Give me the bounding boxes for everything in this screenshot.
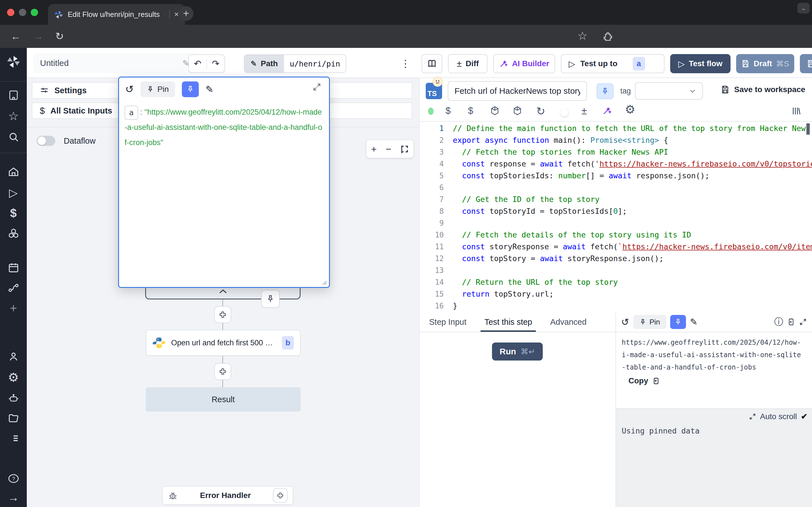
sidebar-item-flows[interactable] <box>8 282 19 293</box>
tab-test-this-step[interactable]: Test this step <box>485 312 532 332</box>
path-label-segment[interactable]: ✎Path <box>245 55 284 72</box>
copy-result-icon[interactable] <box>787 318 795 326</box>
collapse-chevron-up-icon[interactable] <box>218 288 228 294</box>
add-error-handler-button[interactable] <box>273 488 288 503</box>
tab-step-input[interactable]: Step Input <box>429 312 466 332</box>
step-pin-button[interactable] <box>597 83 613 99</box>
check-icon[interactable]: ✔ <box>801 412 808 421</box>
sidebar-item-runs[interactable]: ▷ <box>9 187 18 198</box>
node-pin-badge[interactable] <box>261 290 280 308</box>
flow-name-box[interactable]: Untitled ✎ <box>33 53 196 73</box>
code-line[interactable]: 7 // Get the ID of the top story <box>419 193 812 205</box>
reload-icon[interactable]: ↻ <box>55 31 64 42</box>
sidebar-item-favorites[interactable]: ☆ <box>8 110 19 122</box>
sidebar-item-resources[interactable] <box>8 228 19 239</box>
path-group[interactable]: ✎Path u/henri/pin <box>244 54 346 73</box>
edit-pencil-icon[interactable]: ✎ <box>206 83 214 95</box>
code-editor[interactable]: 1// Define the main function to fetch th… <box>419 122 812 312</box>
back-icon[interactable]: ← <box>11 31 21 42</box>
windmill-logo-icon[interactable] <box>7 55 20 68</box>
pin-active-button[interactable] <box>182 81 199 97</box>
step-summary-input[interactable]: Fetch url of HackerNews top story <box>448 81 587 101</box>
sidebar-item-workspace[interactable] <box>8 90 19 101</box>
code-line[interactable]: 3 // Fetch the top stories from Hacker N… <box>419 146 812 158</box>
code-line[interactable]: 6 <box>419 182 812 193</box>
info-icon[interactable]: ⓘ <box>774 316 783 328</box>
code-line[interactable]: 12 const topStory = await storyResponse.… <box>419 252 812 265</box>
zoom-out-button[interactable]: − <box>386 144 391 155</box>
tab-search-button[interactable]: ⌄ <box>797 3 810 13</box>
tab-advanced[interactable]: Advanced <box>550 312 587 332</box>
library-icon[interactable] <box>791 106 801 116</box>
resources-icon[interactable]: $ <box>468 106 473 115</box>
zoom-in-button[interactable]: + <box>371 144 377 155</box>
code-line[interactable]: 14 // Return the URL of the top story <box>419 276 812 288</box>
code-line[interactable]: 15 return topStory.url; <box>419 288 812 300</box>
expand-result-icon[interactable] <box>799 318 807 326</box>
code-line[interactable]: 2export async function main(): Promise<s… <box>419 134 812 146</box>
code-line[interactable]: 11 const storyResponse = await fetch(`ht… <box>419 241 812 252</box>
package-icon[interactable] <box>513 106 522 115</box>
expand-icon[interactable] <box>749 413 756 420</box>
draft-button[interactable]: Draft ⌘S <box>736 54 794 73</box>
sidebar-item-logs[interactable] <box>8 433 19 444</box>
scrollbar-thumb[interactable] <box>806 123 810 135</box>
code-line[interactable]: 8 const topStoryId = topStoriesIds[0]; <box>419 205 812 217</box>
path-value[interactable]: u/henri/pin <box>284 55 346 72</box>
sidebar-item-schedules[interactable] <box>8 262 19 273</box>
tag-select[interactable] <box>635 82 703 100</box>
diff-button[interactable]: ± Diff <box>448 54 488 73</box>
code-line[interactable]: 13 <box>419 265 812 276</box>
variables-icon[interactable]: $ <box>446 106 451 115</box>
resize-handle-icon[interactable] <box>320 278 327 285</box>
code-line[interactable]: 9 <box>419 217 812 229</box>
pin-toggle-button[interactable]: Pin <box>140 81 175 97</box>
forward-icon[interactable]: → <box>33 31 43 42</box>
error-handler-node[interactable]: Error Handler <box>162 486 293 505</box>
redo-button[interactable]: ↷ <box>207 58 224 69</box>
extensions-icon[interactable] <box>602 31 613 42</box>
undo-button[interactable]: ↶ <box>189 58 207 69</box>
pinned-arg[interactable]: a : "https://www.geoffreylitt.com/2025/0… <box>124 105 324 150</box>
run-button[interactable]: Run ⌘↵ <box>492 342 543 360</box>
pin-active-button[interactable] <box>670 315 686 329</box>
collapse-sidebar-icon[interactable]: → <box>8 492 19 503</box>
editor-settings-gear-icon[interactable]: ⚙ <box>625 104 636 115</box>
more-options-kebab-icon[interactable]: ⋮ <box>400 58 410 69</box>
insert-step-button[interactable] <box>214 306 231 323</box>
code-line[interactable]: 1// Define the main function to fetch th… <box>419 122 812 134</box>
docs-button[interactable] <box>421 54 442 73</box>
code-line[interactable]: 10 // Fetch the details of the top story… <box>419 229 812 241</box>
sidebar-item-account[interactable] <box>8 351 19 362</box>
save-to-workspace-button[interactable]: Save to workspace <box>721 85 805 94</box>
dataflow-toggle[interactable] <box>37 136 55 146</box>
ai-builder-button[interactable]: AI Builder <box>493 54 555 73</box>
sidebar-item-workers[interactable] <box>8 393 19 404</box>
pin-toggle-button[interactable]: Pin <box>633 315 666 329</box>
sidebar-item-settings[interactable]: ⚙ <box>8 371 19 384</box>
help-icon[interactable]: ? <box>8 473 19 485</box>
window-zoom-button[interactable] <box>31 9 38 16</box>
browser-tab[interactable]: Edit Flow u/henri/pin_results × <box>48 4 185 25</box>
window-close-button[interactable] <box>7 9 14 16</box>
diff-icon[interactable]: ± <box>581 106 587 116</box>
window-minimize-button[interactable] <box>19 9 26 16</box>
pinned-result-value[interactable]: https://www.geoffreylitt.com/2025/04/12/… <box>622 336 805 374</box>
history-icon[interactable]: ↺ <box>125 83 134 95</box>
sidebar-item-variables[interactable]: $ <box>10 207 17 219</box>
insert-step-button[interactable] <box>214 363 231 380</box>
copy-button[interactable]: Copy <box>628 376 660 385</box>
package-icon[interactable] <box>490 106 500 115</box>
deploy-button[interactable]: Deploy <box>800 54 812 73</box>
sidebar-item-home[interactable] <box>8 166 19 177</box>
result-node[interactable]: Result <box>146 387 301 411</box>
test-flow-button[interactable]: ▷ Test flow <box>670 54 730 73</box>
auto-scroll-control[interactable]: Auto scroll ✔ <box>749 412 808 421</box>
flow-step-node-b[interactable]: Open url and fetch first 500 words of ..… <box>146 330 301 356</box>
code-line[interactable]: 16} <box>419 300 812 312</box>
test-up-to-button[interactable]: ▷ Test up to a <box>561 54 665 73</box>
code-line[interactable]: 4 const response = await fetch('https://… <box>419 158 812 170</box>
ai-wand-icon[interactable] <box>602 106 612 115</box>
fit-view-button[interactable] <box>400 145 409 153</box>
sidebar-item-add[interactable]: + <box>10 302 17 314</box>
